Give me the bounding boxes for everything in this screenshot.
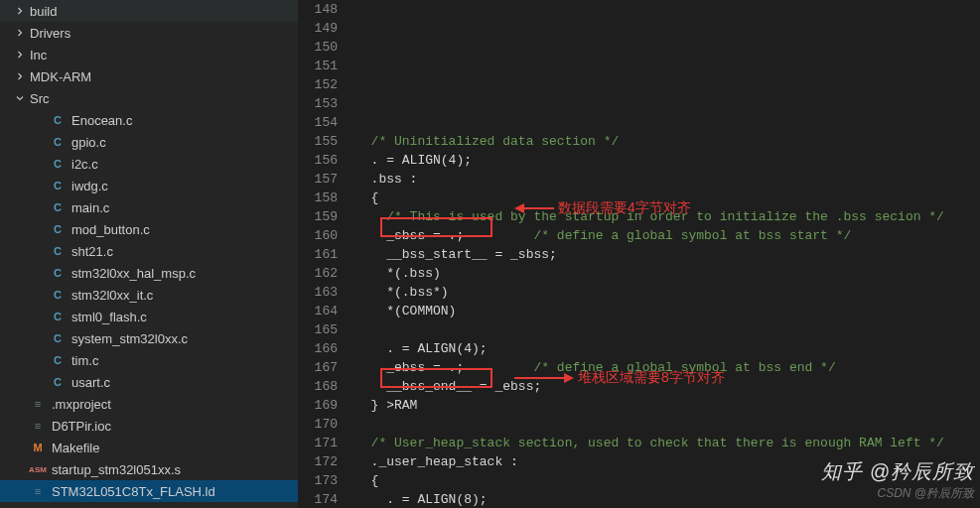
tree-item-label: Src — [30, 91, 50, 106]
file-type-icon: C — [50, 330, 66, 346]
file-type-icon: C — [50, 199, 66, 215]
folder-item[interactable]: Src — [0, 87, 298, 109]
line-number: 172 — [298, 452, 338, 471]
line-number: 169 — [298, 396, 338, 415]
tree-item-label: sht21.c — [71, 244, 113, 259]
code-line: _ebss = .; /* define a global symbol at … — [355, 358, 980, 377]
code-line: /* Uninitialized data section */ — [355, 132, 980, 151]
folder-item[interactable]: build — [0, 0, 298, 22]
line-number: 165 — [298, 320, 338, 339]
code-line: } >RAM — [355, 396, 980, 415]
line-number: 166 — [298, 339, 338, 358]
line-number: 159 — [298, 207, 338, 226]
file-type-icon: C — [50, 374, 66, 390]
code-line: /* This is used by the startup in order … — [355, 207, 980, 226]
line-number: 174 — [298, 490, 338, 508]
tree-item-label: i2c.c — [71, 157, 98, 172]
code-line: .bss : — [355, 170, 980, 189]
file-type-icon: ≡ — [30, 483, 46, 499]
tree-item-label: Enocean.c — [71, 113, 132, 128]
line-number: 171 — [298, 434, 338, 452]
file-item[interactable]: Cstml0_flash.c — [0, 306, 298, 327]
line-number: 151 — [298, 57, 338, 75]
file-type-icon: C — [50, 309, 66, 324]
file-item[interactable]: Cstm32l0xx_hal_msp.c — [0, 262, 298, 284]
file-item[interactable]: Cmain.c — [0, 196, 298, 218]
file-type-icon: C — [50, 243, 66, 259]
tree-item-label: build — [30, 4, 57, 19]
tree-item-label: stml0_flash.c — [71, 310, 147, 324]
code-line: . = ALIGN(8); — [355, 490, 980, 508]
file-item[interactable]: Ci2c.c — [0, 153, 298, 175]
file-item[interactable]: Cgpio.c — [0, 131, 298, 153]
tree-item-label: tim.c — [71, 353, 98, 368]
file-item[interactable]: ≡STM32L051C8Tx_FLASH.ld — [0, 480, 298, 502]
line-number: 152 — [298, 75, 338, 94]
editor[interactable]: 1481491501511521531541551561571581591601… — [298, 0, 980, 508]
file-item[interactable]: Cmod_button.c — [0, 218, 298, 240]
line-number: 168 — [298, 377, 338, 396]
chevron-right-icon — [12, 3, 28, 19]
line-number: 162 — [298, 264, 338, 283]
code-line: /* User_heap_stack section, used to chec… — [355, 434, 980, 452]
file-item[interactable]: ≡.mxproject — [0, 393, 298, 415]
line-number-gutter: 1481491501511521531541551561571581591601… — [298, 0, 355, 508]
file-item[interactable]: ASMstartup_stm32l051xx.s — [0, 458, 298, 480]
tree-item-label: Drivers — [30, 26, 70, 41]
line-number: 149 — [298, 19, 338, 38]
file-type-icon: C — [50, 178, 66, 193]
tree-item-label: mod_button.c — [71, 222, 150, 237]
code-line: ._user_heap_stack : — [355, 452, 980, 471]
file-item[interactable]: Cstm32l0xx_it.c — [0, 284, 298, 306]
tree-item-label: STM32L051C8Tx_FLASH.ld — [52, 484, 215, 499]
code-line — [355, 320, 980, 339]
tree-item-label: Makefile — [52, 441, 99, 455]
line-number: 170 — [298, 415, 338, 434]
line-number: 155 — [298, 132, 338, 151]
code-line: __bss_end__ = _ebss; — [355, 377, 980, 396]
code-line: *(.bss*) — [355, 283, 980, 302]
file-item[interactable]: CEnocean.c — [0, 109, 298, 131]
file-type-icon: C — [50, 134, 66, 150]
file-item[interactable]: ≡D6TPir.ioc — [0, 415, 298, 437]
file-item[interactable]: Ciwdg.c — [0, 175, 298, 196]
line-number: 158 — [298, 189, 338, 207]
file-explorer[interactable]: buildDriversIncMDK-ARMSrcCEnocean.cCgpio… — [0, 0, 298, 508]
line-number: 163 — [298, 283, 338, 302]
tree-item-label: Inc — [30, 48, 47, 63]
line-number: 150 — [298, 38, 338, 57]
line-number: 157 — [298, 170, 338, 189]
tree-item-label: stm32l0xx_hal_msp.c — [71, 266, 196, 281]
file-type-icon: ≡ — [30, 396, 46, 412]
code-line: *(.bss) — [355, 264, 980, 283]
folder-item[interactable]: Inc — [0, 44, 298, 65]
tree-item-label: startup_stm32l051xx.s — [52, 462, 181, 477]
tree-item-label: iwdg.c — [71, 179, 108, 193]
file-type-icon: M — [30, 440, 46, 455]
file-type-icon: ASM — [30, 461, 46, 477]
line-number: 167 — [298, 358, 338, 377]
tree-item-label: D6TPir.ioc — [52, 419, 111, 434]
code-line: __bss_start__ = _sbss; — [355, 245, 980, 264]
file-item[interactable]: Ctim.c — [0, 349, 298, 371]
code-line: . = ALIGN(4); — [355, 151, 980, 170]
folder-item[interactable]: Drivers — [0, 22, 298, 44]
file-item[interactable]: MMakefile — [0, 437, 298, 458]
chevron-right-icon — [12, 25, 28, 41]
tree-item-label: MDK-ARM — [30, 69, 91, 84]
file-item[interactable]: Csht21.c — [0, 240, 298, 262]
line-number: 156 — [298, 151, 338, 170]
code-line: { — [355, 471, 980, 490]
tree-item-label: stm32l0xx_it.c — [71, 288, 153, 303]
chevron-down-icon — [12, 90, 28, 106]
file-type-icon: C — [50, 352, 66, 368]
code-line — [355, 113, 980, 132]
tree-item-label: system_stm32l0xx.c — [71, 331, 188, 346]
code-content[interactable]: 数据段需要4字节对齐 堆栈区域需要8字节对齐 /* Uninitialized … — [355, 0, 980, 508]
code-line: *(COMMON) — [355, 302, 980, 320]
tree-item-label: gpio.c — [71, 135, 106, 150]
line-number: 148 — [298, 0, 338, 19]
file-item[interactable]: Cusart.c — [0, 371, 298, 393]
folder-item[interactable]: MDK-ARM — [0, 65, 298, 87]
file-item[interactable]: Csystem_stm32l0xx.c — [0, 327, 298, 349]
